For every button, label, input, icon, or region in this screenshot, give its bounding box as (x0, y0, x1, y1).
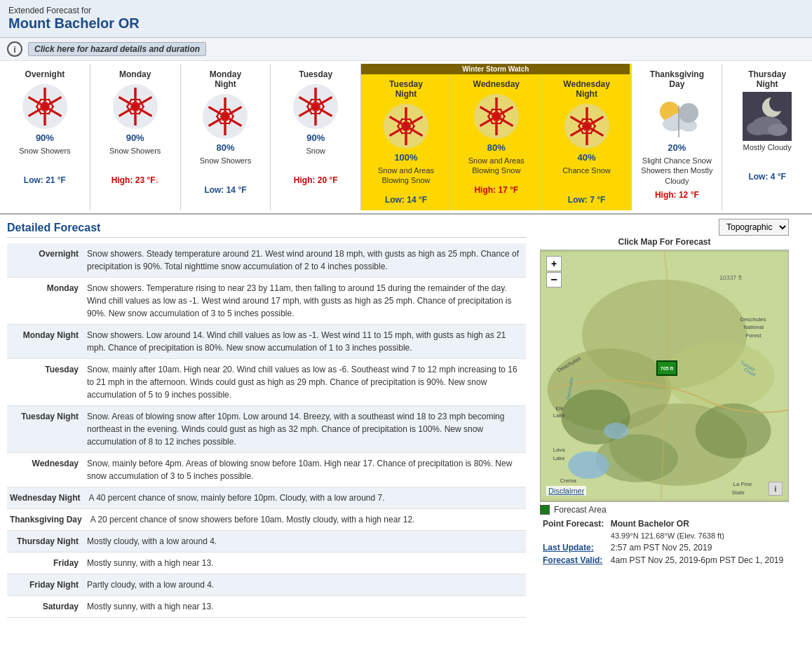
period-name-thanksgiving: ThanksgivingDay (633, 69, 720, 89)
point-forecast-location: Mount Bachelor OR (608, 517, 789, 530)
period-name-tuesday-night: TuesdayNight (363, 79, 449, 99)
precip-wednesday: 80% (453, 142, 540, 153)
wx-icon-wednesday-night (543, 102, 630, 151)
temp-thursday-night: Low: 4 °F (724, 172, 811, 182)
period-text: Snow showers. Steady temperature around … (87, 248, 523, 273)
period-label: Monday (10, 282, 87, 293)
precip-monday-night: 80% (182, 142, 269, 153)
forecast-col-thanksgiving: ThanksgivingDay20%Slight Chance Snow Sho… (632, 64, 722, 210)
temp-tuesday: High: 20 °F (272, 175, 359, 185)
forecast-area-label: Forecast Area (554, 505, 607, 515)
zoom-in-button[interactable]: + (546, 256, 562, 271)
forecast-row: MondaySnow showers. Temperature rising t… (7, 278, 526, 325)
svg-point-193 (595, 434, 678, 482)
period-text: Mostly sunny, with a high near 13. (87, 600, 214, 613)
period-name-monday: Monday (92, 69, 179, 79)
svg-point-194 (696, 403, 771, 458)
forecast-col-wednesday: Wednesday80%Snow and Areas Blowing SnowH… (452, 64, 542, 210)
temp-wednesday: High: 17 °F (453, 185, 540, 195)
info-icon: i (7, 41, 22, 57)
precip-monday: 90% (92, 133, 179, 143)
svg-point-186 (768, 123, 787, 136)
temp-monday-night: Low: 14 °F (182, 185, 269, 195)
period-label: Wednesday (10, 457, 87, 468)
map-controls: TopographicSatelliteStreet (540, 219, 789, 236)
winter-storm-banner: Winter Storm Watch (361, 64, 630, 74)
last-update-label[interactable]: Last Update: (540, 541, 608, 554)
map-type-select[interactable]: TopographicSatelliteStreet (719, 219, 789, 236)
forecast-row: FridayMostly sunny, with a high near 13. (7, 553, 526, 574)
map-info-icon[interactable]: i (769, 482, 783, 496)
click-map-label: Click Map For Forecast (540, 237, 789, 247)
svg-text:10337 ft: 10337 ft (719, 274, 742, 281)
map-marker: 705 ft (656, 360, 677, 376)
period-text: Partly cloudy, with a low around 4. (87, 578, 214, 591)
period-text: Snow. Areas of blowing snow after 10pm. … (87, 410, 523, 448)
extended-label: Extended Forecast for (8, 6, 804, 15)
forecast-row: Wednesday NightA 40 percent chance of sn… (7, 487, 526, 509)
last-update-value: 2:57 am PST Nov 25, 2019 (608, 541, 789, 554)
precip-tuesday: 90% (272, 133, 359, 143)
wx-icon-monday (92, 82, 179, 131)
forecast-col-thursday-night: ThursdayNightMostly CloudyLow: 4 °F (722, 64, 812, 210)
period-label: Wednesday Night (10, 492, 88, 503)
period-name-monday-night: MondayNight (182, 69, 269, 89)
period-label: Monday Night (10, 329, 87, 340)
period-text: Mostly cloudy, with a low around 4. (87, 535, 217, 548)
hazard-button[interactable]: Click here for hazard details and durati… (28, 42, 206, 56)
forecast-col-tuesday: Tuesday90%SnowHigh: 20 °F (271, 64, 361, 210)
disclaimer-link[interactable]: Disclaimer (546, 486, 586, 496)
coords-spacer (540, 530, 608, 541)
precip-tuesday-night: 100% (363, 152, 449, 163)
precip-thanksgiving: 20% (633, 142, 720, 153)
svg-point-196 (604, 423, 628, 440)
wx-icon-tuesday (272, 82, 359, 131)
detailed-forecast-rows: OvernightSnow showers. Steady temperatur… (7, 243, 526, 618)
period-label: Thursday Night (10, 535, 87, 546)
precip-overnight: 90% (1, 133, 88, 143)
svg-point-183 (769, 95, 786, 111)
temp-thanksgiving: High: 12 °F (633, 190, 720, 200)
period-text: Snow, mainly before 4pm. Areas of blowin… (87, 457, 523, 482)
svg-text:Lake: Lake (553, 455, 565, 461)
forecast-row: Friday NightPartly cloudy, with a low ar… (7, 574, 526, 596)
wx-desc-tuesday: Snow (272, 144, 359, 172)
svg-point-180 (679, 103, 698, 123)
svg-text:Deschutes: Deschutes (740, 316, 766, 323)
hazard-bar: i Click here for hazard details and dura… (0, 38, 812, 61)
legend-box (540, 505, 550, 515)
svg-text:Lava: Lava (553, 447, 566, 453)
forecast-grid-wrapper: Overnight90%Snow ShowersLow: 21 °FMonday… (0, 61, 812, 215)
wx-icon-monday-night (182, 92, 269, 141)
map-zoom-controls: + − (546, 256, 562, 287)
period-label: Tuesday (10, 363, 87, 374)
forecast-row: WednesdaySnow, mainly before 4pm. Areas … (7, 453, 526, 487)
wx-desc-overnight: Snow Showers (1, 144, 88, 172)
forecast-row: Thanksgiving DayA 20 percent chance of s… (7, 509, 526, 531)
wx-desc-thursday-night: Mostly Cloudy (724, 141, 811, 169)
zoom-out-button[interactable]: − (546, 272, 562, 287)
forecast-area-legend: Forecast Area (540, 505, 789, 515)
wx-icon-overnight (1, 82, 88, 131)
svg-point-190 (665, 341, 775, 410)
period-label: Tuesday Night (10, 410, 87, 421)
period-label: Overnight (10, 248, 87, 259)
precip-wednesday-night: 40% (543, 152, 630, 163)
forecast-row: OvernightSnow showers. Steady temperatur… (7, 243, 526, 278)
map-container[interactable]: 10337 ft Deschutes Deschutes National Fo… (540, 250, 789, 502)
temp-tuesday-night: Low: 14 °F (363, 195, 449, 205)
svg-text:Crema: Crema (560, 478, 576, 484)
forecast-col-monday-night: MondayNight80%Snow ShowersLow: 14 °F (181, 64, 271, 210)
wx-desc-tuesday-night: Snow and Areas Blowing Snow (363, 164, 449, 192)
period-name-tuesday: Tuesday (272, 69, 359, 79)
forecast-row: SaturdayMostly sunny, with a high near 1… (7, 596, 526, 618)
svg-text:Lake: Lake (553, 412, 565, 419)
wx-desc-monday-night: Snow Showers (182, 154, 269, 182)
map-disclaimer: Disclaimer (546, 485, 586, 496)
forecast-valid-label[interactable]: Forecast Valid: (540, 554, 608, 567)
period-label: Saturday (10, 600, 87, 611)
wx-desc-thanksgiving: Slight Chance Snow Showers then Mostly C… (633, 154, 720, 187)
svg-text:Forest: Forest (745, 332, 762, 339)
temp-overnight: Low: 21 °F (1, 175, 88, 185)
wx-icon-thursday-night (724, 92, 811, 141)
